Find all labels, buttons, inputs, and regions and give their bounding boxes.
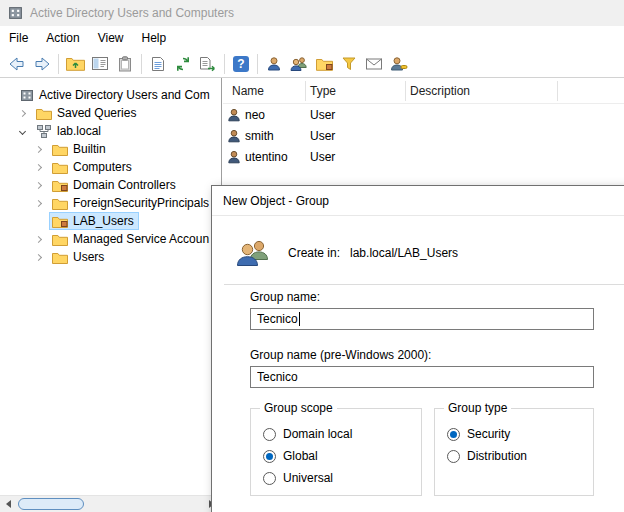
group-scope-title: Group scope	[260, 401, 337, 415]
chevron-right-icon[interactable]	[35, 145, 42, 152]
list-item-smith[interactable]: smith User	[223, 125, 624, 146]
up-one-level-icon[interactable]	[63, 52, 87, 76]
radio-button-icon[interactable]	[263, 450, 276, 463]
tree-item-builtin[interactable]: Builtin	[0, 140, 221, 158]
new-ou-icon[interactable]	[312, 52, 336, 76]
help-icon[interactable]: ?	[229, 52, 253, 76]
user-icon	[227, 129, 241, 143]
radio-security[interactable]: Security	[447, 423, 593, 445]
chevron-right-icon[interactable]	[35, 253, 42, 260]
item-name: neo	[245, 108, 265, 122]
clipboard-icon[interactable]	[113, 52, 137, 76]
console-tree: Active Directory Users and Com Saved Que…	[0, 86, 221, 266]
new-user-icon[interactable]	[262, 52, 286, 76]
chevron-down-icon[interactable]	[19, 127, 26, 134]
column-divider[interactable]	[557, 81, 558, 101]
toolbar: ?	[0, 50, 624, 78]
export-list-icon[interactable]	[196, 52, 220, 76]
folder-icon	[52, 233, 68, 246]
tree-item-label: Builtin	[73, 142, 106, 156]
new-object-group-dialog: New Object - Group Create in: lab.local/…	[211, 185, 624, 512]
tree-item-domain-controllers[interactable]: Domain Controllers	[0, 176, 221, 194]
tree-item-label: Computers	[73, 160, 132, 174]
new-group-icon[interactable]	[287, 52, 311, 76]
chevron-right-icon[interactable]	[35, 163, 42, 170]
radio-label: Global	[283, 449, 318, 463]
column-divider[interactable]	[305, 81, 306, 101]
tree-item-lab-users[interactable]: LAB_Users	[0, 212, 221, 230]
ou-folder-icon	[52, 179, 68, 192]
chevron-right-icon[interactable]	[35, 235, 42, 242]
back-icon[interactable]	[5, 52, 29, 76]
tree-item-saved-queries[interactable]: Saved Queries	[0, 104, 221, 122]
toolbar-separator	[224, 54, 225, 74]
user-key-icon[interactable]	[387, 52, 411, 76]
tree-item-root[interactable]: Active Directory Users and Com	[0, 86, 221, 104]
radio-global[interactable]: Global	[263, 445, 421, 467]
column-header-name[interactable]: Name	[232, 78, 264, 104]
folder-icon	[52, 143, 68, 156]
group-name-input[interactable]	[250, 308, 594, 330]
radio-domain-local[interactable]: Domain local	[263, 423, 421, 445]
tree-item-managed-service-accounts[interactable]: Managed Service Accoun	[0, 230, 221, 248]
toolbar-separator	[257, 54, 258, 74]
directory-icon	[20, 89, 34, 102]
chevron-right-icon[interactable]	[19, 109, 26, 116]
title-bar[interactable]: Active Directory Users and Computers	[0, 0, 624, 26]
column-header-type[interactable]: Type	[310, 78, 336, 104]
tree-item-label: ForeignSecurityPrincipals	[73, 196, 209, 210]
folder-icon	[36, 107, 52, 120]
list-rows: neo User smith User utentino User	[223, 104, 624, 167]
tree-item-label: LAB_Users	[73, 214, 134, 228]
radio-button-icon[interactable]	[447, 428, 460, 441]
list-item-utentino[interactable]: utentino User	[223, 146, 624, 167]
chevron-right-icon[interactable]	[35, 199, 42, 206]
list-item-neo[interactable]: neo User	[223, 104, 624, 125]
column-header-description[interactable]: Description	[410, 78, 470, 104]
tree-item-label: Domain Controllers	[73, 178, 176, 192]
user-icon	[227, 108, 241, 122]
tree-item-lab-local[interactable]: lab.local	[0, 122, 221, 140]
create-in-value: lab.local/LAB_Users	[350, 246, 458, 260]
group-type-title: Group type	[444, 401, 511, 415]
group-name-label: Group name:	[250, 290, 320, 304]
radio-button-icon[interactable]	[263, 472, 276, 485]
show-hide-console-tree-icon[interactable]	[88, 52, 112, 76]
menu-view[interactable]: View	[89, 26, 133, 50]
tree-horizontal-scrollbar[interactable]	[0, 495, 220, 512]
item-name: utentino	[245, 150, 288, 164]
pre-windows-2000-input[interactable]	[250, 366, 594, 388]
scroll-left-button[interactable]	[0, 496, 17, 512]
folder-icon	[52, 251, 68, 264]
tree-item-users[interactable]: Users	[0, 248, 221, 266]
menu-action[interactable]: Action	[37, 26, 88, 50]
scrollbar-thumb[interactable]	[18, 498, 84, 510]
radio-button-icon[interactable]	[447, 450, 460, 463]
filter-icon[interactable]	[337, 52, 361, 76]
chevron-right-icon[interactable]	[35, 181, 42, 188]
domain-icon	[36, 125, 52, 138]
folder-icon	[52, 161, 68, 174]
console-tree-pane: Active Directory Users and Com Saved Que…	[0, 78, 222, 512]
create-in-label: Create in:	[288, 246, 340, 260]
radio-label: Domain local	[283, 427, 352, 441]
radio-universal[interactable]: Universal	[263, 467, 421, 489]
properties-icon[interactable]	[146, 52, 170, 76]
menu-help[interactable]: Help	[133, 26, 176, 50]
tree-item-computers[interactable]: Computers	[0, 158, 221, 176]
create-in-row: Create in: lab.local/LAB_Users	[236, 238, 458, 268]
radio-button-icon[interactable]	[263, 428, 276, 441]
column-divider[interactable]	[405, 81, 406, 101]
tree-item-foreign-security-principals[interactable]: ForeignSecurityPrincipals	[0, 194, 221, 212]
folder-icon	[52, 197, 68, 210]
refresh-icon[interactable]	[171, 52, 195, 76]
menu-file[interactable]: File	[0, 26, 37, 50]
forward-icon[interactable]	[30, 52, 54, 76]
group-type-box: Group type Security Distribution	[434, 408, 594, 496]
radio-distribution[interactable]: Distribution	[447, 445, 593, 467]
envelope-icon[interactable]	[362, 52, 386, 76]
window-title: Active Directory Users and Computers	[30, 6, 234, 20]
pre-windows-2000-label: Group name (pre-Windows 2000):	[250, 348, 431, 362]
aduc-window: Active Directory Users and Computers Fil…	[0, 0, 624, 512]
tree-item-label: Users	[73, 250, 104, 264]
